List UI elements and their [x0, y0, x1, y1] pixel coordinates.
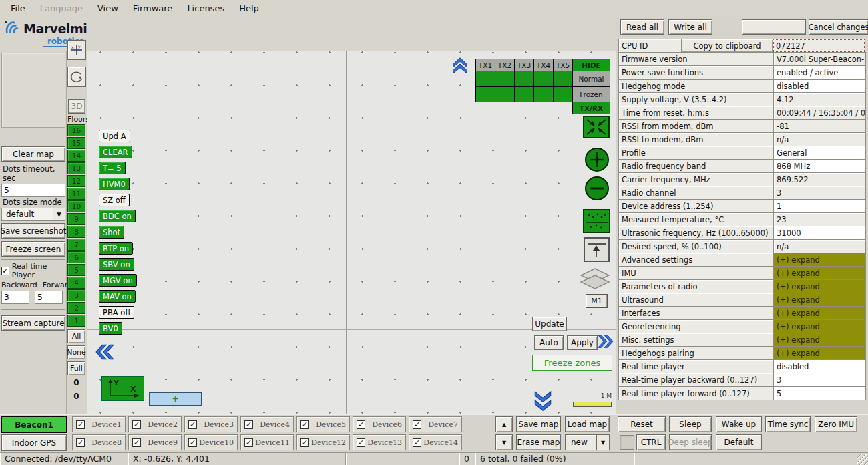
freeze-zones-button[interactable]: Freeze zones	[532, 355, 612, 371]
dots-timeout-input[interactable]	[1, 184, 65, 197]
time-sync-button[interactable]: Time sync	[765, 416, 811, 432]
zero-top-button[interactable]: 0	[67, 377, 85, 389]
3d-button[interactable]: 3D	[68, 99, 85, 114]
save-screenshot-button[interactable]: Save screenshot	[1, 223, 65, 239]
tx-txrx-button[interactable]: TX/RX	[572, 102, 610, 114]
tx-cell[interactable]	[495, 86, 515, 102]
ctrl-button[interactable]: CTRL	[636, 434, 666, 450]
map-action-shot[interactable]: Shot	[99, 226, 124, 239]
double-chevron-left-icon[interactable]	[95, 343, 116, 363]
floors-full-button[interactable]: Full	[67, 361, 85, 375]
tx-cell[interactable]	[553, 86, 573, 102]
param-expand-button[interactable]: (+) expand	[773, 266, 866, 280]
chevron-down-icon[interactable]: ▼	[53, 208, 65, 220]
add-submap-button[interactable]: +	[149, 392, 202, 406]
map-action-t-5[interactable]: T= 5	[99, 162, 126, 174]
tx-header-tx1[interactable]: TX1	[475, 59, 495, 71]
cancel-changes-button[interactable]: Cancel changes	[809, 19, 868, 35]
floor-button-6[interactable]: 6	[67, 251, 85, 263]
device-checkbox[interactable]: ✓	[188, 420, 197, 429]
dots-view-icon[interactable]	[583, 209, 610, 235]
deep-sleep-button[interactable]: Deep sleep	[669, 434, 712, 450]
floor-button-1[interactable]: 1	[67, 315, 85, 327]
floor-button-4[interactable]: 4	[67, 277, 85, 289]
param-expand-button[interactable]: (+) expand	[773, 253, 866, 267]
param-value[interactable]: 5	[773, 386, 866, 400]
device-toggle-device3[interactable]: ✓Device3	[184, 416, 238, 432]
param-value[interactable]: 31000	[773, 226, 866, 240]
tx-cell[interactable]	[475, 71, 495, 87]
floor-button-16[interactable]: 16	[67, 124, 85, 136]
device-checkbox[interactable]: ✓	[132, 420, 141, 429]
floor-button-10[interactable]: 10	[67, 200, 85, 212]
tx-hide-button[interactable]: HIDE	[572, 59, 610, 71]
tx-header-tx4[interactable]: TX4	[533, 59, 554, 71]
param-value[interactable]: 1	[773, 199, 866, 213]
zoom-in-icon[interactable]	[584, 147, 610, 174]
clear-map-button[interactable]: Clear map	[1, 146, 65, 162]
fit-to-screen-icon[interactable]	[583, 116, 610, 140]
floor-button-5[interactable]: 5	[67, 264, 85, 276]
param-value[interactable]: disabled	[773, 79, 866, 93]
device-toggle-device1[interactable]: ✓Device1	[72, 416, 126, 432]
wake-up-button[interactable]: Wake up	[716, 416, 762, 432]
menu-item-licenses[interactable]: Licenses	[180, 1, 231, 16]
device-toggle-device7[interactable]: ✓Device7	[409, 416, 462, 432]
tab-beacon1[interactable]: Beacon1	[1, 416, 67, 433]
forward-input[interactable]	[35, 291, 63, 304]
floor-button-8[interactable]: 8	[67, 226, 85, 238]
menu-item-view[interactable]: View	[91, 1, 125, 16]
param-value[interactable]: disabled	[773, 359, 866, 373]
devices-scroll-up-button[interactable]: ▲	[495, 416, 513, 432]
device-toggle-device9[interactable]: ✓Device9	[128, 434, 182, 450]
zero-imu-button[interactable]: Zero IMU	[815, 416, 857, 432]
tx-normal-button[interactable]: Normal	[572, 71, 610, 87]
auto-button[interactable]: Auto	[534, 335, 564, 350]
rotate-icon[interactable]	[67, 67, 86, 87]
param-expand-button[interactable]: (+) expand	[773, 346, 866, 360]
save-map-button[interactable]: Save map	[516, 416, 561, 432]
device-toggle-device2[interactable]: ✓Device2	[128, 416, 182, 432]
map-action-mgv-on[interactable]: MGV on	[99, 274, 137, 287]
floor-button-9[interactable]: 9	[67, 213, 85, 225]
param-value[interactable]: 3	[773, 373, 866, 387]
device-checkbox[interactable]: ✓	[244, 420, 253, 429]
tx-header-tx2[interactable]: TX2	[495, 59, 515, 71]
update-button[interactable]: Update	[532, 317, 567, 331]
chevron-down-icon[interactable]: ▼	[596, 434, 610, 450]
floors-none-button[interactable]: None	[67, 345, 85, 359]
tab-indoor-gps[interactable]: Indoor GPS	[1, 434, 67, 451]
floor-button-7[interactable]: 7	[67, 239, 85, 251]
map-canvas[interactable]: Upd ACLEART= 5HVM0SZ offBDC onShotRTP on…	[87, 51, 616, 414]
device-toggle-device12[interactable]: ✓Device12	[296, 434, 350, 450]
realtime-player-checkbox[interactable]: ✓	[1, 267, 9, 275]
resize-grip-icon[interactable]	[857, 454, 868, 465]
map-action-sbv-on[interactable]: SBV on	[99, 258, 134, 271]
device-checkbox[interactable]: ✓	[76, 420, 85, 429]
blank-button[interactable]	[742, 19, 806, 35]
device-checkbox[interactable]: ✓	[413, 438, 421, 447]
m1-submap-button[interactable]: M1	[586, 294, 608, 308]
device-toggle-device8[interactable]: ✓Device8	[72, 434, 126, 450]
floors-all-button[interactable]: All	[67, 329, 85, 343]
dots-size-dropdown[interactable]: default ▼	[1, 208, 65, 221]
tx-frozen-button[interactable]: Frozen	[572, 86, 610, 102]
zero-bottom-button[interactable]: 0	[67, 390, 85, 402]
device-toggle-device10[interactable]: ✓Device10	[184, 434, 238, 450]
map-action-clear[interactable]: CLEAR	[99, 146, 132, 158]
floor-button-3[interactable]: 3	[67, 289, 85, 301]
device-toggle-device13[interactable]: ✓Device13	[353, 434, 406, 450]
device-toggle-device14[interactable]: ✓Device14	[409, 434, 462, 450]
tx-cell[interactable]	[533, 86, 554, 102]
menu-item-file[interactable]: File	[4, 1, 32, 16]
tx-cell[interactable]	[533, 71, 554, 87]
reset-button[interactable]: Reset	[618, 416, 666, 432]
device-checkbox[interactable]: ✓	[357, 420, 365, 429]
read-all-button[interactable]: Read all	[620, 19, 664, 35]
device-toggle-device11[interactable]: ✓Device11	[240, 434, 294, 450]
backward-input[interactable]	[1, 291, 29, 304]
write-all-button[interactable]: Write all	[668, 19, 712, 35]
default-button[interactable]: Default	[716, 434, 762, 450]
device-checkbox[interactable]: ✓	[188, 438, 197, 447]
tx-cell[interactable]	[553, 71, 573, 87]
